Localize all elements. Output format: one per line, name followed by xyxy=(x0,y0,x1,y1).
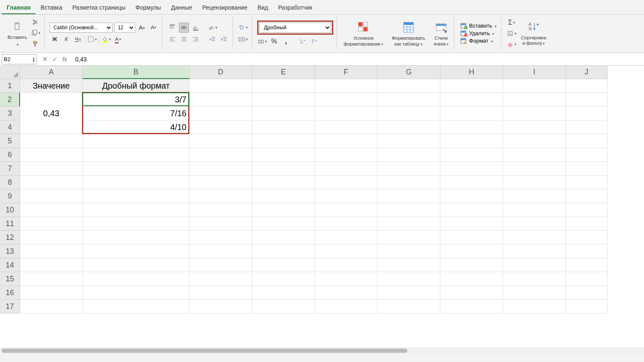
cell[interactable]: 3/7 xyxy=(83,93,189,107)
cell[interactable]: 4/10 xyxy=(83,120,189,134)
cell[interactable] xyxy=(440,79,503,93)
number-format-select[interactable]: Дробный xyxy=(259,23,331,33)
cell[interactable] xyxy=(252,300,315,314)
cell[interactable] xyxy=(20,162,83,176)
cell[interactable] xyxy=(252,148,315,162)
cell[interactable] xyxy=(566,286,608,300)
cell[interactable] xyxy=(566,148,608,162)
row-header[interactable]: 14 xyxy=(0,258,20,272)
horizontal-scrollbar[interactable] xyxy=(0,347,644,354)
cell[interactable] xyxy=(566,120,608,134)
cell[interactable] xyxy=(189,272,252,286)
cell[interactable] xyxy=(503,231,566,245)
cell[interactable] xyxy=(252,231,315,245)
cell[interactable] xyxy=(503,79,566,93)
cell[interactable] xyxy=(83,286,189,300)
percent-button[interactable]: % xyxy=(269,36,279,46)
cell[interactable] xyxy=(378,134,440,148)
column-header[interactable]: D xyxy=(189,66,252,79)
cell[interactable] xyxy=(189,203,252,217)
cell[interactable] xyxy=(189,162,252,176)
cell[interactable] xyxy=(20,245,83,258)
cell[interactable] xyxy=(189,134,252,148)
cell[interactable] xyxy=(189,176,252,189)
cell[interactable] xyxy=(252,189,315,203)
row-header[interactable]: 13 xyxy=(0,245,20,258)
row-header[interactable]: 4 xyxy=(0,120,20,134)
cell[interactable] xyxy=(566,272,608,286)
cell[interactable] xyxy=(315,189,378,203)
cell[interactable] xyxy=(189,189,252,203)
tab-home[interactable]: Главная xyxy=(2,2,36,14)
borders-button[interactable] xyxy=(87,34,97,44)
cell[interactable] xyxy=(20,176,83,189)
cell[interactable] xyxy=(189,231,252,245)
cell[interactable] xyxy=(440,300,503,314)
cell[interactable] xyxy=(503,217,566,231)
column-header[interactable]: F xyxy=(315,66,378,79)
cell[interactable] xyxy=(378,93,440,107)
merge-cells-button[interactable] xyxy=(238,34,248,44)
font-size-select[interactable]: 12 xyxy=(114,23,135,33)
cell[interactable] xyxy=(503,120,566,134)
insert-cells-button[interactable]: +Вставить xyxy=(459,23,498,29)
increase-decimal-button[interactable]: .0.00 xyxy=(298,36,308,46)
cell[interactable] xyxy=(503,300,566,314)
cell[interactable] xyxy=(566,203,608,217)
cell[interactable] xyxy=(83,300,189,314)
formula-input[interactable] xyxy=(73,56,642,63)
cell[interactable] xyxy=(252,203,315,217)
cell[interactable] xyxy=(440,176,503,189)
cell-styles-button[interactable]: Стилиячеек xyxy=(432,18,450,48)
cell[interactable] xyxy=(440,203,503,217)
row-header[interactable]: 15 xyxy=(0,272,20,286)
tab-insert[interactable]: Вставка xyxy=(36,2,67,14)
cell[interactable] xyxy=(378,189,440,203)
cell[interactable] xyxy=(83,245,189,258)
column-header[interactable]: B xyxy=(83,66,189,79)
currency-button[interactable] xyxy=(257,36,268,46)
row-header[interactable]: 9 xyxy=(0,189,20,203)
cell[interactable] xyxy=(566,162,608,176)
comma-style-button[interactable]: , xyxy=(281,36,291,46)
cell[interactable] xyxy=(315,245,378,258)
cell[interactable] xyxy=(83,258,189,272)
cell[interactable] xyxy=(83,272,189,286)
row-header[interactable]: 1 xyxy=(0,79,20,93)
cell[interactable] xyxy=(189,148,252,162)
underline-button[interactable]: Ч xyxy=(73,34,83,44)
paste-dropdown[interactable] xyxy=(16,40,19,48)
cell[interactable] xyxy=(503,162,566,176)
cell[interactable] xyxy=(83,189,189,203)
font-color-button[interactable]: A xyxy=(113,34,123,44)
copy-button[interactable] xyxy=(31,28,41,38)
increase-font-button[interactable]: A▴ xyxy=(137,23,147,33)
cell[interactable] xyxy=(315,134,378,148)
cell[interactable] xyxy=(566,258,608,272)
cell[interactable] xyxy=(189,107,252,120)
cell[interactable] xyxy=(440,93,503,107)
tab-formulas[interactable]: Формулы xyxy=(130,2,166,14)
wrap-text-button[interactable]: ab xyxy=(238,23,248,33)
bold-button[interactable]: Ж xyxy=(50,34,60,44)
cell[interactable] xyxy=(566,93,608,107)
cell[interactable] xyxy=(378,148,440,162)
cell[interactable] xyxy=(440,245,503,258)
cell[interactable] xyxy=(189,93,252,107)
cell[interactable] xyxy=(83,176,189,189)
cell[interactable] xyxy=(503,107,566,120)
fill-button[interactable] xyxy=(506,28,517,38)
cell[interactable] xyxy=(252,272,315,286)
cell[interactable] xyxy=(378,203,440,217)
cell[interactable] xyxy=(189,217,252,231)
conditional-formatting-button[interactable]: Условноеформатирование xyxy=(342,18,385,48)
cell[interactable] xyxy=(252,286,315,300)
decrease-indent-button[interactable] xyxy=(207,34,217,44)
cell[interactable] xyxy=(252,217,315,231)
cell[interactable] xyxy=(315,148,378,162)
cell[interactable] xyxy=(440,272,503,286)
cell[interactable] xyxy=(378,107,440,120)
row-header[interactable]: 17 xyxy=(0,300,20,314)
cell[interactable] xyxy=(20,231,83,245)
cell[interactable] xyxy=(315,272,378,286)
